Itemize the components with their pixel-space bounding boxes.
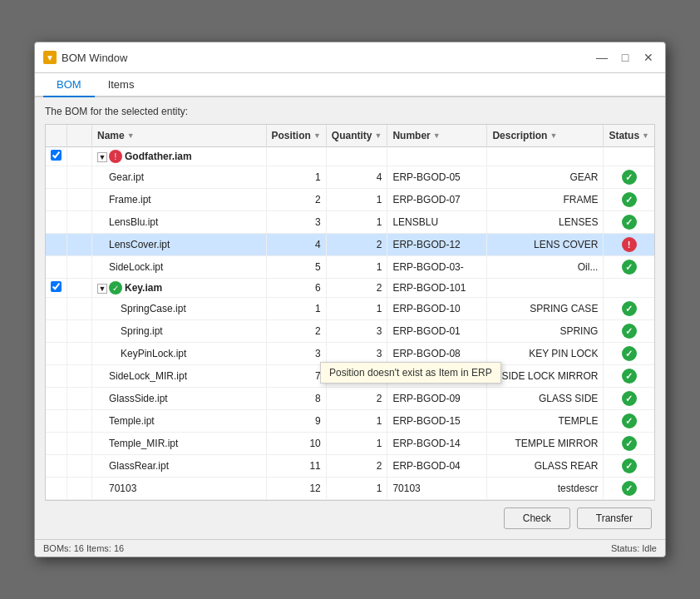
number-filter-icon[interactable]: ▼ <box>433 131 441 140</box>
row-checkbox-cell <box>46 320 67 343</box>
table-row[interactable]: Frame.ipt21ERP-BGOD-07FRAME✓ <box>46 189 654 211</box>
row-name-cell: ▼✓Key.iam <box>92 279 267 298</box>
row-name-cell: GlassRear.ipt <box>92 455 267 478</box>
row-quantity-cell: 1 <box>326 410 387 433</box>
row-description-cell: SPRING CASE <box>487 298 604 320</box>
row-status-cell: ✓ <box>604 365 654 388</box>
row-quantity-cell: 2 <box>326 455 387 478</box>
row-sort-cell <box>67 365 92 388</box>
table-row[interactable]: SpringCase.ipt11ERP-BGOD-10SPRING CASE✓ <box>46 298 654 320</box>
table-row[interactable]: Temple.ipt91ERP-BGOD-15TEMPLE✓ <box>46 410 654 433</box>
tab-bom[interactable]: BOM <box>43 73 95 97</box>
row-name-cell: SideLock.ipt <box>92 256 267 279</box>
row-checkbox-cell <box>46 256 67 279</box>
row-name-cell: SpringCase.ipt <box>92 298 267 320</box>
row-checkbox-cell <box>46 410 67 433</box>
row-quantity-cell: 1 <box>326 478 387 500</box>
name-filter-icon[interactable]: ▼ <box>127 131 135 140</box>
window-title: BOM Window <box>62 52 127 64</box>
row-position-cell: 11 <box>266 455 326 478</box>
table-row[interactable]: Temple_MIR.ipt101ERP-BGOD-14TEMPLE MIRRO… <box>46 433 654 455</box>
status-left: BOMs: 16 Items: 16 <box>43 543 124 553</box>
row-name-text: KeyPinLock.ipt <box>121 348 186 359</box>
row-position-cell: 12 <box>266 478 326 500</box>
table-row[interactable]: GlassSide.ipt82ERP-BGOD-09GLASS SIDE✓ <box>46 388 654 410</box>
minimize-button[interactable]: — <box>594 49 610 66</box>
row-sort-cell <box>67 320 92 343</box>
status-filter-icon[interactable]: ▼ <box>642 131 649 140</box>
row-name-cell: Gear.ipt <box>92 166 267 189</box>
row-quantity-cell: 2 <box>326 388 387 410</box>
table-row[interactable]: ▼✓Key.iam62ERP-BGOD-101 <box>46 279 654 298</box>
row-checkbox-cell <box>46 234 67 256</box>
maximize-button[interactable]: □ <box>617 49 633 66</box>
row-number-cell: ERP-BGOD-02 <box>387 365 487 388</box>
row-number-cell <box>387 147 487 166</box>
row-quantity-cell: 1 <box>326 365 387 388</box>
row-description-cell: GLASS REAR <box>487 455 604 478</box>
tab-items[interactable]: Items <box>95 73 148 97</box>
position-filter-icon[interactable]: ▼ <box>313 131 321 140</box>
th-number[interactable]: Number ▼ <box>387 125 487 147</box>
table-row[interactable]: Spring.ipt23ERP-BGOD-01SPRING✓ <box>46 320 654 343</box>
row-checkbox-cell <box>46 298 67 320</box>
status-bar: BOMs: 16 Items: 16 Status: Idle <box>35 539 665 557</box>
row-status-cell: ✓ <box>604 320 654 343</box>
row-name-cell: 70103 <box>92 478 267 500</box>
row-sort-cell <box>67 234 92 256</box>
row-number-cell: ERP-BGOD-01 <box>387 320 487 343</box>
row-status-cell: ✓ <box>604 211 654 234</box>
row-name-text: Temple.ipt <box>109 415 155 427</box>
bom-window: ▼ BOM Window — □ ✕ BOM Items The BOM for… <box>34 42 666 557</box>
quantity-filter-icon[interactable]: ▼ <box>374 131 382 140</box>
th-quantity[interactable]: Quantity ▼ <box>326 125 387 147</box>
title-bar-left: ▼ BOM Window <box>43 51 127 64</box>
table-row[interactable]: LensCover.ipt42ERP-BGOD-12LENS COVER! <box>46 234 654 256</box>
row-position-cell: 2 <box>266 320 326 343</box>
row-status-cell: ✓ <box>604 388 654 410</box>
table-row[interactable]: KeyPinLock.ipt33ERP-BGOD-08KEY PIN LOCK✓ <box>46 343 654 365</box>
row-position-cell: 1 <box>266 166 326 189</box>
row-name-text: GlassRear.ipt <box>109 460 169 472</box>
expand-button[interactable]: ▼ <box>97 152 107 162</box>
row-name-cell: LensCover.ipt <box>92 234 267 256</box>
check-button[interactable]: Check <box>504 507 570 529</box>
expand-button[interactable]: ▼ <box>97 284 107 294</box>
row-sort-cell <box>67 279 92 298</box>
row-checkbox-cell <box>46 189 67 211</box>
status-right: Status: Idle <box>611 543 657 553</box>
title-bar: ▼ BOM Window — □ ✕ <box>35 42 665 73</box>
table-row[interactable]: Gear.ipt14ERP-BGOD-05GEAR✓ <box>46 166 654 189</box>
th-position[interactable]: Position ▼ <box>266 125 326 147</box>
row-name-cell: Temple_MIR.ipt <box>92 433 267 455</box>
th-sort <box>67 125 92 147</box>
table-row[interactable]: LensBlu.ipt31LENSBLULENSES✓ <box>46 211 654 234</box>
row-description-cell <box>487 147 604 166</box>
table-row[interactable]: SideLock.ipt51ERP-BGOD-03-Oil...✓ <box>46 256 654 279</box>
row-checkbox-cell <box>46 478 67 500</box>
table-row[interactable]: 7010312170103testdescr✓ <box>46 478 654 500</box>
row-name-text: 70103 <box>109 483 136 494</box>
th-description[interactable]: Description ▼ <box>487 125 604 147</box>
table-row[interactable]: ▼!Godfather.iam <box>46 147 654 166</box>
row-checkbox[interactable] <box>51 281 62 292</box>
table-row[interactable]: SideLock_MIR.ipt71ERP-BGOD-02SIDE LOCK M… <box>46 365 654 388</box>
transfer-button[interactable]: Transfer <box>577 507 652 529</box>
table-row[interactable]: GlassRear.ipt112ERP-BGOD-04GLASS REAR✓ <box>46 455 654 478</box>
description-filter-icon[interactable]: ▼ <box>550 131 557 140</box>
row-status-cell: ✓ <box>604 478 654 500</box>
row-quantity-cell: 4 <box>326 166 387 189</box>
row-description-cell: testdescr <box>487 478 604 500</box>
row-checkbox-cell <box>46 343 67 365</box>
row-checkbox-cell <box>46 147 67 166</box>
row-sort-cell <box>67 478 92 500</box>
row-name-text: LensBlu.ipt <box>109 216 158 228</box>
row-quantity-cell: 1 <box>326 298 387 320</box>
row-name-cell: SideLock_MIR.ipt <box>92 365 267 388</box>
close-button[interactable]: ✕ <box>640 49 657 66</box>
row-description-cell: LENSES <box>487 211 604 234</box>
row-quantity-cell: 1 <box>326 189 387 211</box>
th-status[interactable]: Status ▼ <box>604 125 654 147</box>
row-checkbox[interactable] <box>51 150 62 161</box>
th-name[interactable]: Name ▼ <box>92 125 267 147</box>
